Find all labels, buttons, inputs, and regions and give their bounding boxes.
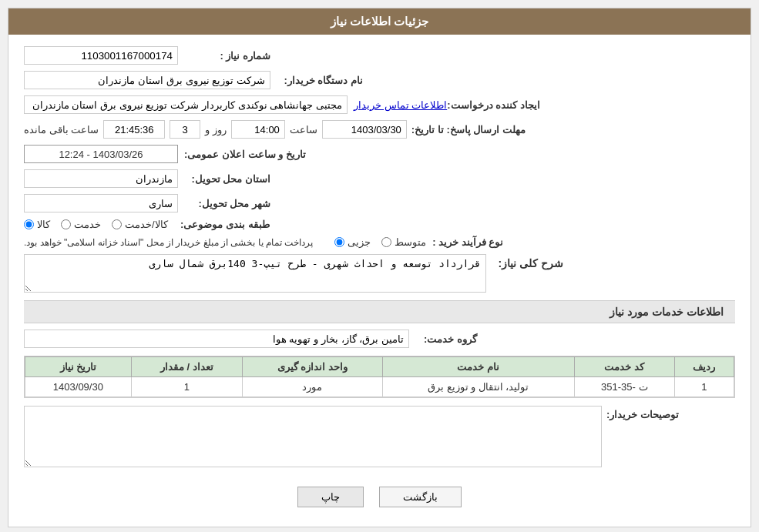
buyer-org-row: نام دستگاه خریدار: [24, 71, 735, 89]
announce-label: تاریخ و ساعت اعلان عمومی: [184, 149, 306, 160]
services-table-container: ردیف کد خدمت نام خدمت واحد اندازه گیری ت… [24, 356, 735, 398]
col-header-code: کد خدمت [574, 357, 674, 377]
deadline-days-input[interactable] [170, 120, 200, 139]
category-khedmat-radio[interactable] [61, 219, 71, 229]
creator-label: ایجاد کننده درخواست: [447, 99, 540, 111]
category-kala-radio[interactable] [24, 219, 34, 229]
table-body: 1ت -35-351تولید، انتقال و توزیع برقمورد1… [25, 377, 734, 397]
col-header-name: نام خدمت [382, 357, 574, 377]
deadline-time-label: ساعت [290, 124, 317, 136]
purchase-jozyi-label: جزیی [348, 236, 371, 248]
purchase-motawaset-radio[interactable] [381, 237, 391, 247]
purchase-type-group: متوسط جزیی [334, 236, 426, 248]
page-header: جزئیات اطلاعات نیاز [8, 8, 751, 35]
category-kala-label: کالا [37, 219, 50, 230]
description-row: شرح کلی نیاز: قرارداد توسعه و احداث شهری… [24, 254, 735, 293]
purchase-motawaset-label: متوسط [395, 236, 426, 248]
table-row: 1ت -35-351تولید، انتقال و توزیع برقمورد1… [25, 377, 734, 397]
deadline-label: مهلت ارسال پاسخ: تا تاریخ: [411, 124, 526, 136]
province-input[interactable] [24, 169, 178, 188]
category-label: طبقه بندی موضوعی: [177, 219, 270, 230]
buyer-notes-textarea[interactable] [24, 406, 602, 467]
announce-date-row: تاریخ و ساعت اعلان عمومی: 1403/03/26 - 1… [24, 145, 735, 163]
announce-value: 1403/03/26 - 12:24 [24, 145, 178, 163]
purchase-jozyi-option[interactable]: جزیی [334, 236, 371, 248]
col-header-row-num: ردیف [674, 357, 734, 377]
col-header-date: تاریخ نیاز [25, 357, 132, 377]
province-row: استان محل تحویل: [24, 169, 735, 188]
creator-row: ایجاد کننده درخواست: اطلاعات تماس خریدار [24, 95, 735, 114]
purchase-motawaset-option[interactable]: متوسط [381, 236, 426, 248]
service-group-row: گروه خدمت: [24, 330, 735, 348]
buyer-notes-label: توصیحات خریدار: [602, 406, 679, 420]
buyer-org-input[interactable] [24, 71, 270, 89]
col-header-unit: واحد اندازه گیری [242, 357, 382, 377]
deadline-row: مهلت ارسال پاسخ: تا تاریخ: ساعت روز و سا… [24, 120, 735, 139]
need-number-row: شماره نیاز : [24, 46, 735, 65]
purchase-jozyi-radio[interactable] [334, 237, 344, 247]
category-kala-option[interactable]: کالا [24, 219, 50, 230]
deadline-days-label: روز و [205, 124, 227, 136]
city-input[interactable] [24, 194, 178, 212]
buyer-notes-row: توصیحات خریدار: [24, 406, 735, 467]
need-number-label: شماره نیاز : [178, 50, 270, 62]
purchase-type-label: نوع فرآیند خرید : [432, 236, 503, 248]
deadline-remaining-label: ساعت باقی مانده [24, 124, 99, 136]
category-kala-khedmat-option[interactable]: کالا/خدمت [112, 219, 168, 230]
back-button[interactable]: بازگشت [379, 487, 462, 507]
service-group-label: گروه خدمت: [415, 333, 477, 345]
table-header-row: ردیف کد خدمت نام خدمت واحد اندازه گیری ت… [25, 357, 734, 377]
service-group-input[interactable] [24, 330, 409, 348]
deadline-time-input[interactable] [231, 120, 285, 139]
description-section-label: شرح کلی نیاز: [486, 254, 563, 269]
deadline-date-input[interactable] [322, 120, 407, 139]
col-header-qty: تعداد / مقدار [131, 357, 242, 377]
buyer-org-label: نام دستگاه خریدار: [270, 75, 363, 86]
category-radio-group: کالا/خدمت خدمت کالا [24, 219, 168, 230]
services-table: ردیف کد خدمت نام خدمت واحد اندازه گیری ت… [25, 356, 734, 397]
city-row: شهر محل تحویل: [24, 194, 735, 212]
category-khedmat-option[interactable]: خدمت [61, 219, 101, 230]
service-section-title: اطلاعات خدمات مورد نیاز [24, 300, 735, 323]
category-kala-khedmat-radio[interactable] [112, 219, 122, 229]
deadline-remaining-input[interactable] [103, 120, 165, 139]
category-khedmat-label: خدمت [74, 219, 101, 230]
city-label: شهر محل تحویل: [178, 198, 270, 209]
category-kala-khedmat-label: کالا/خدمت [125, 219, 168, 230]
buttons-row: بازگشت چاپ [24, 475, 735, 515]
purchase-type-row: نوع فرآیند خرید : متوسط جزیی پرداخت تمام… [24, 236, 735, 248]
need-number-input[interactable] [24, 46, 178, 65]
purchase-note: پرداخت تمام یا بخشی از مبلغ خریدار از مح… [24, 237, 313, 248]
category-row: طبقه بندی موضوعی: کالا/خدمت خدمت کالا [24, 219, 735, 230]
creator-input[interactable] [24, 95, 348, 114]
print-button[interactable]: چاپ [297, 487, 364, 507]
province-label: استان محل تحویل: [178, 173, 270, 185]
description-textarea[interactable]: قرارداد توسعه و احداث شهری - طرح تیپ-3 1… [24, 254, 486, 293]
creator-contact-link[interactable]: اطلاعات تماس خریدار [354, 99, 447, 111]
